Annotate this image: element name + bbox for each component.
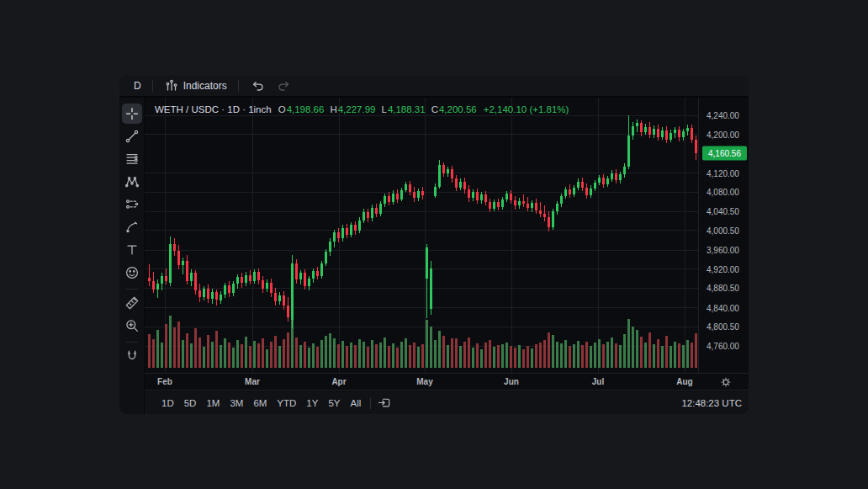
text-icon (124, 242, 140, 258)
range-button-5y[interactable]: 5Y (323, 396, 345, 411)
ohlc-item: H4,227.99 (330, 104, 375, 114)
tool-text[interactable] (122, 240, 142, 260)
goto-date-button[interactable] (375, 395, 392, 412)
top-toolbar: D Indicators (119, 76, 749, 98)
tool-xabcd-pattern[interactable] (122, 172, 142, 192)
price-tick: 4,840.00 (707, 303, 739, 312)
goto-date-icon (377, 396, 391, 410)
tool-fib-retracement[interactable] (122, 149, 142, 169)
clock: 12:48:23 UTC (681, 398, 742, 408)
drawing-toolbar-footer (119, 373, 145, 414)
interval-button[interactable]: D (128, 78, 147, 93)
price-tick: 4,760.00 (707, 342, 739, 351)
range-button-6m[interactable]: 6M (248, 396, 272, 411)
last-price-label: 4,160.56 (702, 146, 747, 161)
indicators-icon (164, 78, 179, 93)
price-tick: 4,200.00 (707, 130, 739, 139)
price-tick: 4,240.00 (707, 111, 739, 120)
toolbar-divider (152, 80, 153, 92)
month-tick: May (412, 377, 437, 386)
time-axis[interactable]: FebMarAprMayJunJulAug (145, 373, 749, 391)
ohlc-item: O4,198.66 (278, 104, 325, 114)
crosshair-icon (124, 106, 140, 121)
range-buttons: 1D5D1M3M6MYTD1Y5YAll (156, 396, 366, 411)
price-tick: 4,000.50 (707, 226, 739, 235)
tool-magnet[interactable] (122, 346, 142, 366)
range-button-ytd[interactable]: YTD (272, 396, 301, 411)
axis-settings-gear-icon[interactable] (719, 375, 734, 391)
trend-line-icon (124, 129, 140, 144)
ohlc-item: L4,188.31 (381, 104, 425, 114)
tool-eye[interactable] (122, 405, 142, 414)
undo-icon (250, 78, 265, 93)
month-tick: Apr (326, 377, 352, 386)
undo-button[interactable] (244, 77, 271, 95)
tool-crosshair[interactable] (122, 104, 142, 124)
redo-icon (277, 78, 292, 93)
range-button-all[interactable]: All (346, 396, 367, 411)
sidebar-divider (126, 342, 138, 343)
magnet-icon (124, 348, 140, 364)
sidebar-divider (126, 289, 138, 290)
eye-icon (124, 407, 140, 414)
tool-ruler[interactable] (122, 293, 142, 313)
price-tick: 4,800.50 (707, 322, 739, 332)
range-button-1y[interactable]: 1Y (301, 396, 323, 411)
month-tick: Aug (672, 377, 697, 386)
emoji-icon (124, 265, 140, 280)
month-tick: Jun (499, 377, 524, 386)
ohlc-item: C4,200.56 (431, 104, 477, 114)
indicators-label: Indicators (183, 80, 227, 92)
price-tick: 4,120.00 (707, 168, 739, 178)
chart-widget: D Indicators WETH / USDC · 1D · 1inch O4… (119, 76, 749, 414)
month-tick: Jul (585, 377, 611, 386)
ohlc-values: O4,198.66H4,227.99L4,188.31C4,200.56 (278, 104, 477, 114)
price-axis[interactable]: 4,240.004,200.004,120.004,080.004,040.50… (698, 98, 749, 373)
brush-icon (124, 220, 140, 235)
price-tick: 4,040.50 (707, 206, 739, 215)
range-button-1m[interactable]: 1M (201, 396, 225, 411)
candlestick-chart[interactable] (145, 98, 698, 373)
ruler-icon (124, 295, 140, 311)
price-tick: 4,080.00 (707, 188, 739, 197)
bottom-toolbar: 1D5D1M3M6MYTD1Y5YAll 12:48:23 UTC (145, 391, 749, 414)
chart-pane[interactable]: WETH / USDC · 1D · 1inch O4,198.66H4,227… (145, 98, 698, 373)
fib-retracement-icon (124, 151, 140, 167)
month-tick: Mar (240, 377, 265, 386)
interval-label: D (134, 80, 141, 92)
drawing-toolbar (119, 98, 145, 414)
range-button-3m[interactable]: 3M (225, 396, 248, 411)
tool-emoji[interactable] (122, 263, 142, 283)
toolbar-divider (238, 80, 239, 92)
zoom-in-icon (124, 318, 140, 333)
symbol-title: WETH / USDC · 1D · 1inch (155, 104, 272, 114)
tool-brush[interactable] (122, 217, 142, 237)
price-tick: 3,960.00 (707, 245, 739, 254)
range-button-5d[interactable]: 5D (179, 396, 202, 411)
indicators-button[interactable]: Indicators (158, 77, 233, 95)
chart-legend: WETH / USDC · 1D · 1inch O4,198.66H4,227… (155, 104, 569, 114)
redo-button[interactable] (271, 77, 298, 95)
price-tick: 4,880.50 (707, 284, 739, 293)
range-button-1d[interactable]: 1D (156, 396, 179, 411)
toolbar-divider (370, 397, 371, 409)
month-tick: Feb (152, 377, 177, 386)
xabcd-pattern-icon (124, 174, 140, 189)
tool-trend-line[interactable] (122, 126, 142, 146)
change-value: +2,140.10 (+1.81%) (484, 104, 569, 114)
tool-zoom-in[interactable] (122, 316, 142, 336)
tool-forecast[interactable] (122, 194, 142, 215)
price-tick: 4,920.00 (707, 264, 739, 274)
forecast-icon (124, 197, 140, 212)
